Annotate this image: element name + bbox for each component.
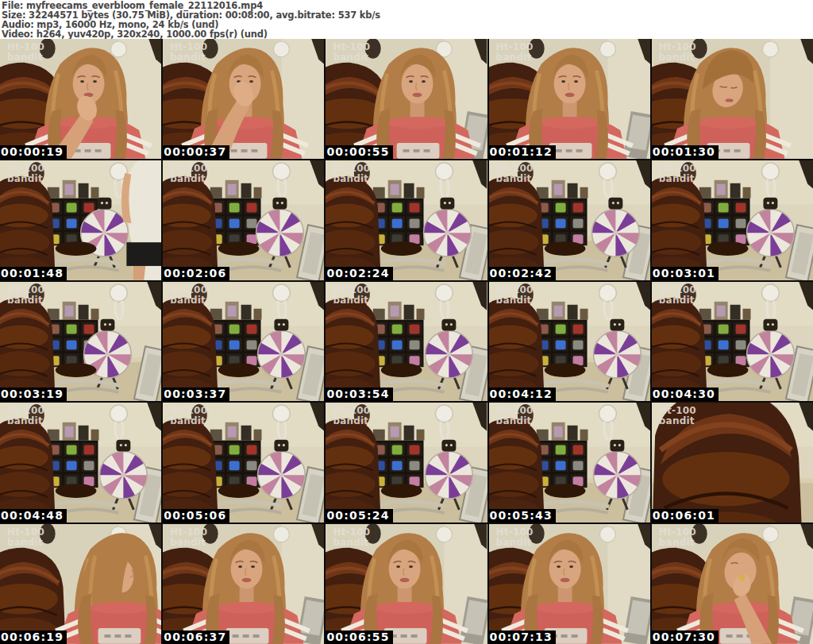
watermark-overlay: Ht-100 bandit — [7, 527, 44, 548]
timestamp-overlay: 00:07:30 — [652, 631, 719, 644]
video-thumbnail: Ht-100 bandit00:02:42 — [489, 160, 650, 280]
watermark-line2: bandit — [496, 295, 534, 306]
watermark-line2: bandit — [496, 52, 534, 63]
watermark-overlay: Ht-100 bandit — [170, 164, 207, 184]
watermark-overlay: Ht-100 bandit — [659, 527, 696, 548]
watermark-overlay: Ht-100 bandit — [170, 406, 207, 426]
video-thumbnail: Ht-100 bandit00:03:01 — [652, 160, 813, 280]
video-thumbnail: Ht-100 bandit00:05:43 — [489, 403, 650, 523]
watermark-line1: Ht-100 — [496, 164, 534, 174]
watermark-line1: Ht-100 — [7, 164, 44, 174]
watermark-line2: bandit — [333, 52, 370, 63]
watermark-overlay: Ht-100 bandit — [333, 527, 370, 548]
watermark-overlay: Ht-100 bandit — [333, 285, 370, 306]
video-thumbnail: Ht-100 bandit00:00:55 — [326, 39, 487, 159]
timestamp-overlay: 00:00:55 — [326, 145, 392, 159]
timestamp-overlay: 00:03:54 — [326, 388, 392, 401]
watermark-line2: bandit — [7, 52, 44, 63]
watermark-line2: bandit — [170, 538, 207, 548]
file-info-header: File: myfreecams_everbloom_female_221120… — [0, 0, 813, 39]
timestamp-overlay: 00:04:12 — [489, 388, 556, 401]
timestamp-overlay: 00:06:01 — [652, 509, 719, 523]
timestamp-overlay: 00:01:30 — [652, 145, 719, 159]
watermark-overlay: Ht-100 bandit — [333, 42, 370, 63]
watermark-line2: bandit — [659, 295, 696, 306]
timestamp-overlay: 00:03:37 — [163, 388, 229, 401]
watermark-line2: bandit — [496, 174, 534, 184]
video-thumbnail: Ht-100 bandit00:01:12 — [489, 39, 650, 159]
watermark-line2: bandit — [333, 538, 370, 548]
watermark-overlay: Ht-100 bandit — [333, 406, 370, 426]
video-thumbnail: Ht-100 bandit00:05:06 — [163, 403, 324, 523]
watermark-line2: bandit — [496, 416, 534, 426]
video-thumbnail: Ht-100 bandit00:02:24 — [326, 160, 487, 280]
watermark-line2: bandit — [333, 174, 370, 184]
timestamp-overlay: 00:02:42 — [489, 267, 556, 280]
watermark-overlay: Ht-100 bandit — [7, 164, 44, 184]
video-thumbnail: Ht-100 bandit00:06:55 — [326, 524, 487, 644]
video-thumbnail: Ht-100 bandit00:06:19 — [0, 524, 161, 644]
watermark-line2: bandit — [7, 174, 44, 184]
watermark-overlay: Ht-100 bandit — [170, 527, 207, 548]
watermark-line2: bandit — [170, 52, 207, 63]
watermark-overlay: Ht-100 bandit — [496, 164, 534, 184]
video-thumbnail: Ht-100 bandit00:03:54 — [326, 282, 487, 402]
watermark-line1: Ht-100 — [170, 164, 207, 174]
watermark-line2: bandit — [170, 416, 207, 426]
timestamp-overlay: 00:05:24 — [326, 509, 392, 523]
watermark-overlay: Ht-100 bandit — [496, 42, 534, 63]
watermark-overlay: Ht-100 bandit — [496, 527, 534, 548]
watermark-line2: bandit — [659, 416, 696, 426]
timestamp-overlay: 00:01:48 — [0, 267, 67, 280]
video-thumbnail: Ht-100 bandit00:06:37 — [163, 524, 324, 644]
watermark-overlay: Ht-100 bandit — [659, 42, 696, 63]
watermark-line2: bandit — [170, 295, 207, 306]
timestamp-overlay: 00:06:19 — [0, 631, 67, 644]
timestamp-overlay: 00:05:43 — [489, 509, 556, 523]
watermark-line2: bandit — [7, 295, 44, 306]
watermark-line1: Ht-100 — [496, 285, 534, 295]
timestamp-overlay: 00:00:37 — [163, 145, 229, 159]
watermark-line2: bandit — [659, 174, 696, 184]
thumbnail-grid: Ht-100 bandit00:00:19 — [0, 39, 813, 644]
timestamp-overlay: 00:05:06 — [163, 509, 229, 523]
watermark-line2: bandit — [333, 295, 370, 306]
timestamp-overlay: 00:04:30 — [652, 388, 719, 401]
timestamp-overlay: 00:01:12 — [489, 145, 556, 159]
video-thumbnail: Ht-100 bandit00:04:30 — [652, 282, 813, 402]
video-thumbnail: Ht-100 bandit00:06:01 — [652, 403, 813, 523]
watermark-line1: Ht-100 — [659, 285, 696, 295]
video-thumbnail: Ht-100 bandit00:04:48 — [0, 403, 161, 523]
watermark-line2: bandit — [333, 416, 370, 426]
video-thumbnail: Ht-100 bandit00:07:30 — [652, 524, 813, 644]
video-thumbnail: Ht-100 bandit00:00:37 — [163, 39, 324, 159]
video-thumbnail: Ht-100 bandit00:01:48 — [0, 160, 161, 280]
watermark-overlay: Ht-100 bandit — [659, 406, 696, 426]
video-thumbnail: Ht-100 bandit00:03:19 — [0, 282, 161, 402]
video-thumbnail: Ht-100 bandit00:02:06 — [163, 160, 324, 280]
watermark-line2: bandit — [7, 416, 44, 426]
video-thumbnail: Ht-100 bandit00:07:13 — [489, 524, 650, 644]
watermark-overlay: Ht-100 bandit — [7, 42, 44, 63]
video-thumbnail: Ht-100 bandit00:00:19 — [0, 39, 161, 159]
video-thumbnail: Ht-100 bandit00:01:30 — [652, 39, 813, 159]
watermark-line2: bandit — [659, 538, 696, 548]
video-thumbnail: Ht-100 bandit00:03:37 — [163, 282, 324, 402]
watermark-line2: bandit — [496, 538, 534, 548]
watermark-overlay: Ht-100 bandit — [659, 285, 696, 306]
timestamp-overlay: 00:03:19 — [0, 388, 67, 401]
watermark-overlay: Ht-100 bandit — [170, 42, 207, 63]
timestamp-overlay: 00:02:24 — [326, 267, 392, 280]
video-thumbnail: Ht-100 bandit00:05:24 — [326, 403, 487, 523]
watermark-line2: bandit — [170, 174, 207, 184]
timestamp-overlay: 00:03:01 — [652, 267, 719, 280]
watermark-overlay: Ht-100 bandit — [659, 164, 696, 184]
watermark-line1: Ht-100 — [7, 285, 44, 295]
watermark-line1: Ht-100 — [333, 164, 370, 174]
timestamp-overlay: 00:06:55 — [326, 631, 392, 644]
watermark-line2: bandit — [7, 538, 44, 548]
file-info-line-video: Video: h264, yuv420p, 320x240, 1000.00 f… — [2, 29, 813, 39]
timestamp-overlay: 00:00:19 — [0, 145, 67, 159]
timestamp-overlay: 00:06:37 — [163, 631, 229, 644]
watermark-overlay: Ht-100 bandit — [333, 164, 370, 184]
